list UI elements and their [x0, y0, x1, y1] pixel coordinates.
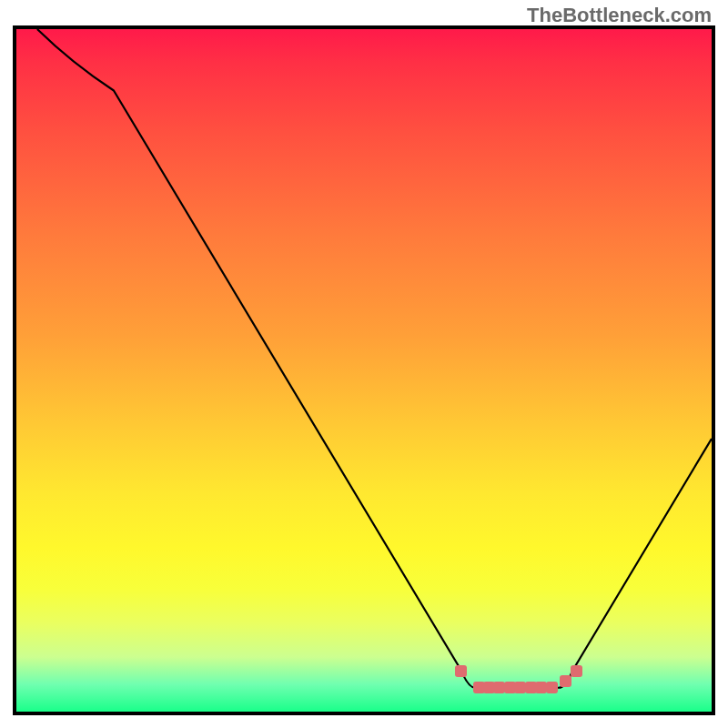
chart-marker-dot — [571, 665, 582, 677]
watermark-text: TheBottleneck.com — [527, 4, 712, 27]
chart-marker-dot — [455, 665, 467, 677]
chart-marker-dot — [560, 675, 571, 687]
chart-plot-area — [13, 25, 715, 715]
chart-line-series — [16, 29, 712, 712]
chart-marker-dot — [546, 682, 558, 693]
